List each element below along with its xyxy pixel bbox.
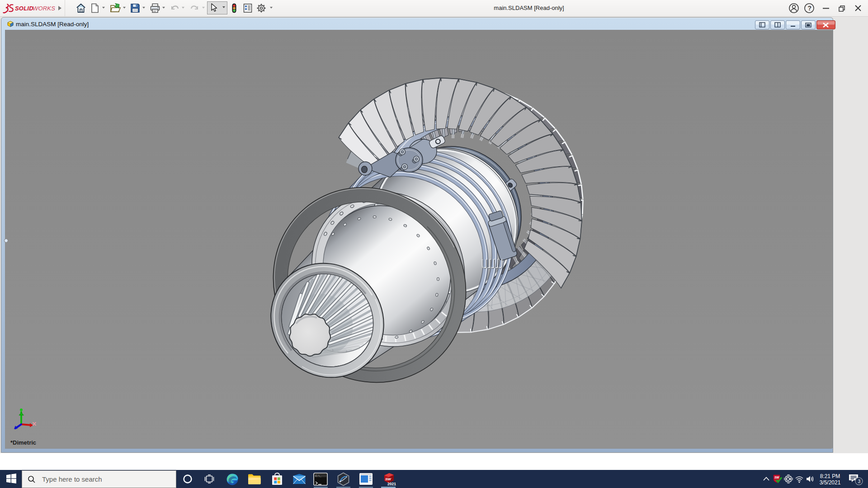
svg-text:WORKS: WORKS — [33, 5, 55, 12]
svg-text:C:\_: C:\_ — [316, 474, 322, 478]
svg-text:?: ? — [808, 5, 812, 12]
svg-text:SW: SW — [385, 477, 392, 481]
svg-text:2021: 2021 — [387, 482, 396, 486]
svg-text:SOLID: SOLID — [15, 5, 33, 12]
svg-text:3: 3 — [858, 479, 861, 484]
svg-text:SW: SW — [774, 476, 779, 479]
